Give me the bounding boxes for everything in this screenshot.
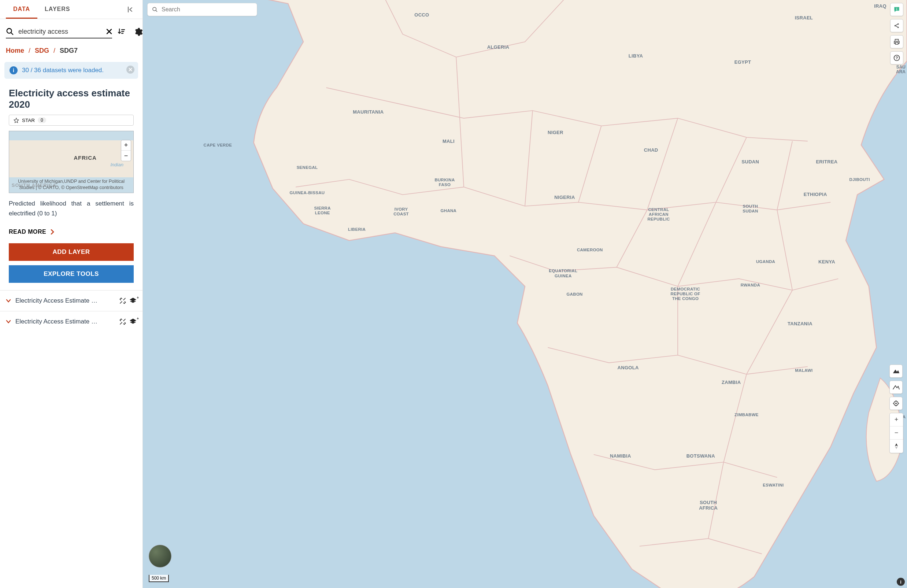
country-label: CAMEROON [577,248,603,252]
settings-button[interactable] [131,25,143,39]
layer-list: Electricity Access Estimate … + Electric… [0,290,143,332]
map-area[interactable]: OCCOALGERIALIBYAEGYPTISRAELIRAQMAURITANI… [143,0,907,588]
map-controls-top: i ? [890,3,903,64]
layer-actions: + [119,318,137,325]
collapse-sidebar-button[interactable] [124,3,137,16]
country-label: MALAWI [795,368,812,373]
search-input[interactable] [18,28,103,35]
star-icon [14,118,19,123]
country-label: BURKINAFASO [434,177,455,187]
layer-tools-button[interactable] [119,318,127,325]
map-help-button[interactable]: ? [890,51,903,64]
layers-icon [129,297,137,304]
map-info-button[interactable]: i [890,3,903,16]
tools-icon [119,318,127,325]
layer-tools-button[interactable] [119,297,127,304]
layer-label: Electricity Access Estimate … [15,297,115,304]
country-label: BOTSWANA [686,453,715,458]
country-label: GABON [566,292,582,296]
map-outline-button[interactable] [889,381,902,394]
map-locate-button[interactable] [889,397,902,410]
star-count: 0 [38,117,46,123]
star-button[interactable]: STAR 0 [9,115,134,126]
breadcrumb-sdg[interactable]: SDG [35,47,49,54]
layer-add-button[interactable]: + [129,318,137,325]
country-label: GUINEA-BISSAU [290,191,325,195]
breadcrumb-separator: / [53,47,55,54]
print-icon [893,38,900,45]
clear-search-button[interactable] [106,29,112,34]
country-label: IVORYCOAST [393,207,409,216]
country-label: RWANDA [741,283,760,287]
svg-text:?: ? [896,56,898,60]
map-zoom-out-button[interactable]: − [890,426,903,440]
layer-row[interactable]: Electricity Access Estimate … + [0,311,143,332]
map-compass-button[interactable] [890,440,903,453]
breadcrumb: Home / SDG / SDG7 [0,43,143,59]
svg-text:i: i [896,7,897,11]
explore-tools-button[interactable]: EXPLORE TOOLS [9,265,134,283]
layer-row[interactable]: Electricity Access Estimate … + [0,290,143,311]
globe-thumbnail-button[interactable] [149,545,171,567]
map-zoom-in-button[interactable]: + [890,413,903,426]
notice-text: 30 / 36 datasets were loaded. [22,67,104,74]
breadcrumb-current: SDG7 [60,47,78,54]
layer-add-button[interactable]: + [129,297,137,304]
layer-label: Electricity Access Estimate … [15,318,115,325]
country-label: MAURITANIA [353,109,383,114]
thumbnail-zoom-in[interactable]: + [121,140,131,151]
close-icon [128,68,132,71]
tab-layers[interactable]: LAYERS [37,0,77,19]
country-label: GHANA [441,208,457,213]
info-icon: i [10,66,18,74]
country-label: CHAD [644,147,658,153]
collapse-icon [127,6,134,13]
map-attribution-button[interactable]: i [897,578,905,586]
dataset-description: Predicted likelihood that a settlement i… [0,193,143,221]
svg-point-3 [153,7,156,11]
mountain-outline-icon [893,384,900,390]
map-scale: 500 km [149,575,169,582]
map-share-button[interactable] [890,19,903,32]
gear-icon [133,27,143,37]
country-label: ZIMBABWE [734,413,759,417]
thumbnail-zoom-out[interactable]: − [121,151,131,161]
search-icon [6,27,14,35]
read-more-label: READ MORE [9,229,46,235]
chevron-down-icon [6,319,11,324]
breadcrumb-separator: / [29,47,30,54]
country-label: CAPE VERDE [204,143,232,147]
read-more-button[interactable]: READ MORE [0,221,143,241]
map-print-button[interactable] [890,35,903,48]
country-label: EQUATORIALGUINEA [549,269,577,278]
layer-actions: + [119,297,137,304]
map-search [147,3,257,16]
thumbnail-map[interactable]: AFRICA SOUTH AMERICA Indian + − Universi… [9,131,134,193]
svg-line-4 [156,10,157,12]
map-search-input[interactable] [162,6,252,13]
country-label: ZAMBIA [722,380,741,385]
tab-data[interactable]: DATA [6,0,37,19]
breadcrumb-home[interactable]: Home [6,47,24,54]
sort-button[interactable] [115,25,128,38]
thumbnail-zoom: + − [121,140,131,161]
add-layer-button[interactable]: ADD LAYER [9,243,134,261]
country-label: UGANDA [756,260,775,264]
country-label: SAUARA [896,65,905,74]
svg-point-12 [895,403,897,404]
country-label: EGYPT [734,59,751,64]
search-field [6,25,112,38]
country-label: ALGERIA [487,44,510,50]
map-terrain-button[interactable] [889,365,902,378]
help-icon: ? [893,54,901,62]
map-controls-nav: + − [889,365,903,453]
map-canvas [143,0,907,588]
country-label: ETHIOPIA [804,191,827,197]
chevron-down-icon [6,298,11,303]
country-label: CENTRALAFRICANREPUBLIC [647,207,670,222]
notice-close-button[interactable] [127,66,135,74]
chevron-right-icon [50,229,55,234]
country-label: SOUTHSUDAN [742,204,758,213]
country-label: SOUTHAFRICA [699,500,718,511]
country-label: ESWATINI [763,483,784,487]
